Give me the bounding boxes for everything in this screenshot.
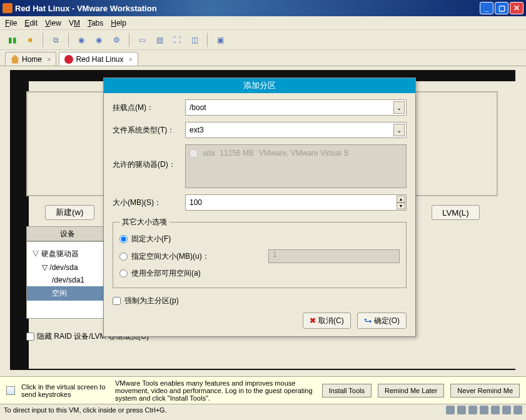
- filesystem-type-combo[interactable]: ext3 ⌄: [185, 122, 407, 138]
- mount-point-value: /boot: [190, 103, 206, 112]
- device-column-header: 设备: [26, 226, 109, 241]
- grow-to-label: 指定空间大小(MB)(u)：: [131, 251, 210, 262]
- power-off-button[interactable]: ■: [23, 32, 38, 48]
- other-size-legend: 其它大小选项: [119, 217, 169, 228]
- home-icon: [11, 55, 19, 64]
- view-console-button[interactable]: ▭: [134, 32, 149, 48]
- drive-row-sda[interactable]: sda 11256 MB VMware, VMware Virtual S: [190, 149, 402, 158]
- ok-icon: ⮑: [364, 316, 372, 325]
- tree-dev-sda[interactable]: ▽ /dev/sda: [32, 261, 103, 274]
- menu-file[interactable]: File: [5, 19, 17, 28]
- lvm-button[interactable]: LVM(L): [432, 205, 480, 220]
- drive-sda-checkbox[interactable]: [190, 149, 198, 158]
- ok-button[interactable]: ⮑ 确定(O): [357, 312, 407, 329]
- allowed-drives-label: 允许的驱动器(D)：: [113, 144, 185, 170]
- status-text: To direct input to this VM, click inside…: [4, 406, 167, 414]
- status-printer-icon[interactable]: [513, 406, 522, 414]
- status-network-icon[interactable]: [480, 406, 488, 414]
- size-up-button[interactable]: ▲: [397, 196, 405, 202]
- tab-bar: Home × Red Hat Linux ×: [0, 50, 526, 66]
- menu-view[interactable]: View: [45, 19, 61, 28]
- close-button[interactable]: ✕: [510, 2, 523, 14]
- filesystem-type-value: ext3: [190, 126, 204, 134]
- status-disk-icon[interactable]: [446, 406, 455, 414]
- redhat-icon: [64, 55, 73, 64]
- grow-to-radio[interactable]: [119, 252, 128, 261]
- hide-raid-checkbox[interactable]: [26, 332, 34, 341]
- maximize-button[interactable]: ▢: [495, 2, 508, 14]
- minimize-button[interactable]: _: [480, 2, 493, 14]
- vmware-icon: [3, 3, 13, 13]
- hint-icon: [6, 386, 15, 395]
- status-icons: [446, 406, 522, 414]
- mount-point-combo[interactable]: /boot ⌄: [185, 99, 407, 116]
- mount-point-label: 挂载点(M)：: [113, 102, 185, 113]
- status-cd-icon[interactable]: [457, 406, 466, 414]
- force-primary-checkbox[interactable]: [113, 297, 121, 305]
- status-sound-icon[interactable]: [502, 406, 511, 414]
- fixed-size-label: 固定大小(F): [131, 234, 171, 244]
- drive-sda-name: sda: [203, 149, 215, 158]
- force-primary-label: 强制为主分区(p): [124, 296, 179, 306]
- drive-sda-model: VMware, VMware Virtual S: [259, 149, 348, 158]
- tree-disks-root[interactable]: ▽ 硬盘驱动器: [32, 247, 103, 261]
- snapshot-button[interactable]: ⧉: [48, 32, 63, 48]
- snapshot-manage-button[interactable]: ⚙: [109, 32, 124, 48]
- unity-button[interactable]: ◫: [187, 32, 202, 48]
- dialog-title: 添加分区: [104, 78, 415, 93]
- tab-redhat-close[interactable]: ×: [129, 56, 133, 63]
- remind-later-button[interactable]: Remind Me Later: [378, 384, 444, 398]
- snapshot-take-button[interactable]: ◉: [74, 32, 89, 48]
- other-size-fieldset: 其它大小选项 固定大小(F) 指定空间大小(MB)(u)： 1 使用全部可用空间…: [113, 217, 407, 288]
- size-spinner[interactable]: 100 ▲ ▼: [185, 194, 407, 211]
- window-title: Red Hat Linux - VMware Workstation: [15, 4, 480, 13]
- window-titlebar: Red Hat Linux - VMware Workstation _ ▢ ✕: [0, 0, 526, 16]
- new-partition-button[interactable]: 新建(w): [45, 205, 94, 220]
- menu-vm[interactable]: VM: [69, 19, 80, 28]
- status-bar: To direct input to this VM, click inside…: [0, 404, 526, 415]
- tab-home-close[interactable]: ×: [47, 56, 51, 63]
- ok-label: 确定(O): [374, 316, 400, 326]
- cancel-label: 取消(C): [318, 316, 344, 326]
- view-summary-button[interactable]: ▤: [152, 32, 167, 48]
- grow-to-row[interactable]: 指定空间大小(MB)(u)： 1: [119, 247, 400, 266]
- chevron-down-icon[interactable]: ⌄: [393, 101, 405, 114]
- fill-label: 使用全部可用空间(a): [131, 268, 201, 279]
- snapshot-revert-button[interactable]: ◉: [91, 32, 106, 48]
- cancel-icon: ✖: [310, 316, 316, 325]
- size-label: 大小(MB)(S)：: [113, 198, 185, 208]
- filesystem-type-label: 文件系统类型(T)：: [113, 125, 185, 136]
- fixed-size-radio[interactable]: [119, 235, 128, 243]
- main-content: 新建(w) LVM(L) 设备 ▽ 硬盘驱动器 ▽ /dev/sda /dev/…: [0, 66, 526, 376]
- menu-tabs[interactable]: Tabs: [88, 19, 103, 28]
- fill-radio[interactable]: [119, 269, 128, 278]
- chevron-down-icon[interactable]: ⌄: [393, 124, 405, 136]
- hint-bar: Click in the virtual screen to send keys…: [0, 376, 526, 404]
- tree-dev-sda1[interactable]: /dev/sda1: [32, 274, 103, 286]
- device-tree[interactable]: ▽ 硬盘驱动器 ▽ /dev/sda /dev/sda1 空闲: [26, 241, 109, 319]
- cancel-button[interactable]: ✖ 取消(C): [303, 312, 351, 329]
- drive-sda-size: 11256 MB: [220, 149, 254, 158]
- tab-home[interactable]: Home ×: [5, 52, 56, 66]
- force-primary-row[interactable]: 强制为主分区(p): [113, 293, 407, 309]
- status-usb-icon[interactable]: [491, 406, 500, 414]
- toolbar: ▮▮ ■ ⧉ ◉ ◉ ⚙ ▭ ▤ ⛶ ◫ ▣: [0, 30, 526, 50]
- menu-edit[interactable]: Edit: [24, 19, 38, 28]
- tree-free-space[interactable]: 空闲: [27, 286, 108, 301]
- install-tools-button[interactable]: Install Tools: [322, 384, 372, 398]
- stretch-button[interactable]: ▣: [213, 32, 228, 48]
- menu-bar: File Edit View VM Tabs Help: [0, 16, 526, 30]
- grow-to-input: 1: [268, 249, 400, 263]
- size-value: 100: [190, 198, 202, 207]
- never-remind-button[interactable]: Never Remind Me: [450, 384, 520, 398]
- status-floppy-icon[interactable]: [468, 406, 477, 414]
- fill-row[interactable]: 使用全部可用空间(a): [119, 266, 400, 281]
- fullscreen-button[interactable]: ⛶: [169, 32, 185, 48]
- allowed-drives-list[interactable]: sda 11256 MB VMware, VMware Virtual S: [185, 144, 407, 188]
- menu-help[interactable]: Help: [111, 19, 126, 28]
- hint-center-text: VMware Tools enables many features and i…: [115, 379, 316, 402]
- power-on-button[interactable]: ▮▮: [5, 32, 20, 48]
- fixed-size-row[interactable]: 固定大小(F): [119, 231, 400, 247]
- size-down-button[interactable]: ▼: [397, 202, 405, 209]
- tab-redhat[interactable]: Red Hat Linux ×: [59, 52, 138, 66]
